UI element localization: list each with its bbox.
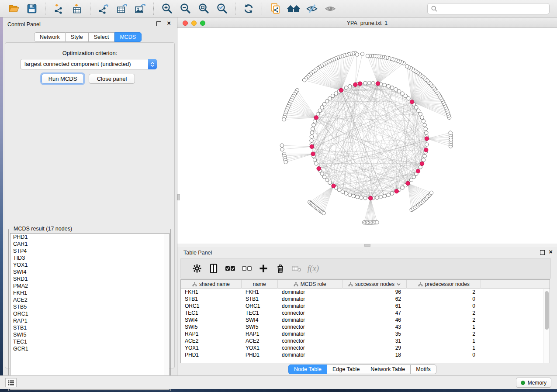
zoom-fit-icon[interactable]	[196, 2, 211, 16]
dominator-node[interactable]	[339, 88, 343, 92]
task-history-button[interactable]	[5, 378, 17, 387]
column-header-name[interactable]: name	[242, 280, 278, 289]
mcds-result-item[interactable]: PHD1	[10, 234, 169, 241]
mcds-result-item[interactable]: SWI4	[10, 268, 169, 275]
close-panel-icon[interactable]: ×	[167, 19, 171, 27]
column-header-predecessor-nodes[interactable]: predecessor nodes	[407, 280, 481, 289]
table-row[interactable]: SWI4SWI4dominator462	[181, 316, 550, 323]
hide-selected-icon[interactable]	[304, 2, 319, 16]
delete-row-icon[interactable]	[272, 262, 288, 275]
table-row[interactable]: YOX1YOX1connector291	[181, 344, 550, 351]
dominator-node[interactable]	[394, 189, 398, 193]
column-header-successor-nodes[interactable]: successor nodes	[343, 280, 407, 289]
tab-mcds[interactable]: MCDS	[114, 32, 142, 42]
export-network-icon[interactable]	[96, 2, 111, 16]
mcds-result-item[interactable]: YOX1	[10, 261, 169, 268]
import-network-icon[interactable]	[51, 2, 66, 16]
float-table-panel-icon[interactable]	[540, 250, 545, 255]
dominator-node[interactable]	[332, 184, 336, 188]
mcds-result-item[interactable]: TEC1	[10, 338, 169, 345]
search-box[interactable]	[427, 3, 550, 14]
copy-network-icon[interactable]	[268, 2, 283, 16]
save-session-icon[interactable]	[24, 2, 39, 16]
dominator-node[interactable]	[311, 152, 315, 156]
dominator-node[interactable]	[310, 144, 314, 148]
dominator-node[interactable]	[358, 82, 362, 86]
dominator-node[interactable]	[353, 83, 357, 86]
network-graph[interactable]	[177, 28, 557, 244]
deselect-all-icon[interactable]	[239, 262, 255, 275]
export-image-icon[interactable]	[133, 2, 148, 16]
table-row[interactable]: PHD1PHD1dominator180	[181, 351, 550, 358]
dominator-node[interactable]	[314, 116, 318, 120]
mcds-result-item[interactable]: ORC1	[10, 310, 169, 317]
export-table-icon[interactable]	[114, 2, 129, 16]
table-row[interactable]: ACE2ACE2connector311	[181, 337, 550, 344]
dominator-node[interactable]	[424, 148, 428, 152]
float-panel-icon[interactable]	[156, 21, 161, 26]
run-mcds-button[interactable]: Run MCDS	[42, 74, 84, 84]
tab-style[interactable]: Style	[66, 32, 89, 42]
network-titlebar[interactable]: YPA_prune.txt_1	[177, 18, 557, 28]
vertical-splitter-handle[interactable]	[177, 194, 180, 200]
dominator-node[interactable]	[425, 137, 429, 141]
horizontal-splitter-handle[interactable]	[364, 244, 370, 247]
table-tab-node-table[interactable]: Node Table	[288, 364, 327, 374]
table-tab-motifs[interactable]: Motifs	[411, 364, 436, 374]
table-scrollbar[interactable]	[543, 289, 549, 363]
mcds-result-item[interactable]: PMA2	[10, 282, 169, 289]
mcds-result-item[interactable]: RAP1	[10, 317, 169, 324]
mcds-result-item[interactable]: SRD1	[10, 275, 169, 282]
column-header-MCDS-role[interactable]: MCDS role	[278, 280, 343, 289]
zoom-out-icon[interactable]	[178, 2, 193, 16]
tab-select[interactable]: Select	[89, 32, 115, 42]
table-row[interactable]: ORC1ORC1dominator610	[181, 303, 550, 309]
tab-network[interactable]: Network	[34, 32, 66, 42]
column-header-shared-name[interactable]: shared name	[181, 280, 242, 289]
table-row[interactable]: SWI5SWI5connector431	[181, 323, 550, 330]
close-table-panel-icon[interactable]: ×	[549, 248, 553, 256]
dominator-node[interactable]	[369, 196, 373, 200]
show-graphics-icon[interactable]	[323, 2, 338, 16]
settings-icon[interactable]	[189, 262, 205, 275]
mcds-result-item[interactable]: FKH1	[10, 289, 169, 296]
dominator-node[interactable]	[410, 100, 414, 104]
table-row[interactable]: FKH1FKH1dominator962	[181, 289, 550, 296]
add-row-icon[interactable]	[255, 262, 272, 275]
table-tab-network-table[interactable]: Network Table	[365, 364, 411, 374]
dominator-node[interactable]	[416, 169, 420, 173]
network-canvas[interactable]	[177, 28, 557, 244]
dominator-node[interactable]	[376, 82, 380, 86]
mcds-list-scrollbar[interactable]	[164, 234, 169, 389]
dominator-node[interactable]	[420, 162, 424, 165]
refresh-icon[interactable]	[241, 2, 256, 16]
open-session-icon[interactable]	[6, 2, 21, 16]
mcds-result-item[interactable]: SWI5	[10, 331, 169, 338]
horizontal-splitter[interactable]	[177, 244, 557, 247]
criterion-dropdown[interactable]: largest connected component (undirected)	[20, 59, 157, 69]
node-table[interactable]: shared namenameMCDS rolesuccessor nodesp…	[180, 279, 550, 363]
mcds-result-item[interactable]: GCR1	[10, 345, 169, 352]
zoom-in-icon[interactable]	[159, 2, 174, 16]
table-scrollbar-thumb[interactable]	[545, 291, 549, 330]
close-panel-button[interactable]: Close panel	[89, 74, 135, 84]
first-neighbors-icon[interactable]	[286, 2, 301, 16]
dominator-node[interactable]	[406, 181, 410, 185]
mcds-result-item[interactable]: STB1	[10, 324, 169, 331]
table-row[interactable]: STB1STB1dominator620	[181, 296, 550, 303]
mcds-result-item[interactable]: STP4	[10, 248, 169, 254]
dominator-node[interactable]	[317, 166, 321, 170]
zoom-selected-icon[interactable]	[214, 2, 229, 16]
table-tab-edge-table[interactable]: Edge Table	[327, 364, 365, 374]
show-columns-icon[interactable]	[205, 262, 222, 275]
search-input[interactable]	[440, 6, 549, 12]
mcds-result-item[interactable]: STB5	[10, 303, 169, 310]
mcds-result-item[interactable]: ACE2	[10, 296, 169, 303]
mcds-result-item[interactable]: TID3	[10, 254, 169, 261]
select-all-icon[interactable]	[222, 262, 239, 275]
table-row[interactable]: TEC1TEC1connector472	[181, 309, 550, 316]
import-table-icon[interactable]	[69, 2, 84, 16]
mcds-result-list[interactable]: PHD1CAR1STP4TID3YOX1SWI4SRD1PMA2FKH1ACE2…	[10, 233, 170, 390]
mcds-result-item[interactable]: CAR1	[10, 241, 169, 248]
table-row[interactable]: RAP1RAP1dominator352	[181, 330, 550, 337]
